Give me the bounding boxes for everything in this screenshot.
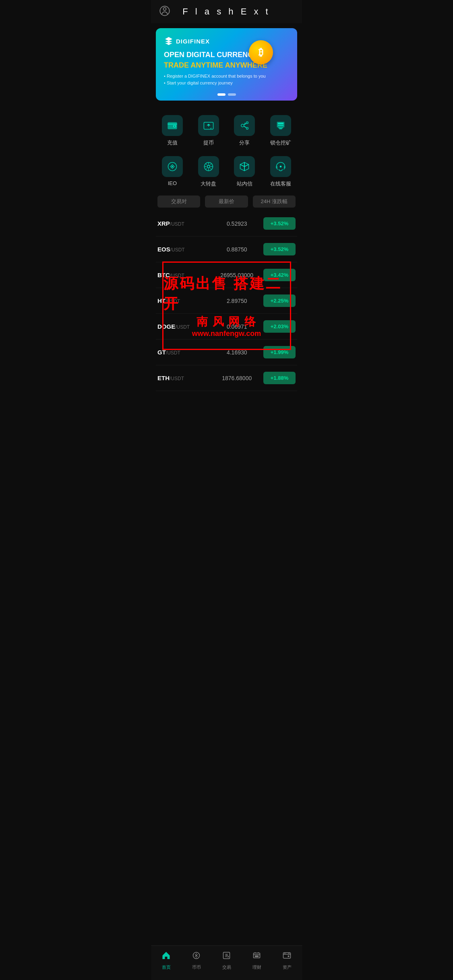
wallet-icon bbox=[162, 115, 183, 136]
market-row[interactable]: HT/USDT 2.89750 +2.25% bbox=[156, 288, 297, 314]
svg-rect-9 bbox=[277, 122, 285, 128]
change-badge: +2.25% bbox=[263, 294, 296, 307]
market-rows: XRP/USDT 0.52923 +3.52% EOS/USDT 0.88750… bbox=[156, 211, 297, 391]
withdraw-icon bbox=[198, 115, 219, 136]
svg-rect-19 bbox=[284, 166, 285, 169]
avatar-button[interactable] bbox=[159, 5, 170, 18]
ieo-icon bbox=[162, 156, 183, 177]
price-value: 0.88750 bbox=[211, 246, 264, 253]
wheel-icon bbox=[198, 156, 219, 177]
wheel-label: 大转盘 bbox=[201, 180, 216, 187]
svg-point-4 bbox=[174, 126, 175, 127]
pair-label: GT/USDT bbox=[157, 349, 211, 356]
support-icon bbox=[270, 156, 291, 177]
action-wheel[interactable]: 大转盘 bbox=[190, 153, 227, 191]
inbox-label: 站内信 bbox=[237, 180, 252, 187]
svg-point-20 bbox=[280, 166, 282, 168]
market-row[interactable]: BTC/USDT 26955.03000 +3.42% bbox=[156, 262, 297, 288]
change-badge: +1.88% bbox=[263, 372, 296, 384]
action-recharge[interactable]: 充值 bbox=[154, 112, 190, 150]
change-badge: +2.03% bbox=[263, 320, 296, 333]
market-row[interactable]: ETH/USDT 1876.68000 +1.88% bbox=[156, 365, 297, 391]
price-value: 0.52923 bbox=[211, 220, 264, 227]
withdraw-label: 提币 bbox=[203, 139, 214, 146]
market-col-change: 24H 涨跌幅 bbox=[253, 196, 296, 208]
banner-logo-text: DIGIFINEX bbox=[176, 38, 210, 45]
banner-subheadline: TRADE ANYTIME ANYWHERE bbox=[164, 61, 289, 70]
svg-rect-18 bbox=[276, 166, 277, 169]
app-header: F l a s h E x t bbox=[151, 0, 302, 23]
cube-icon bbox=[234, 156, 255, 177]
market-row[interactable]: EOS/USDT 0.88750 +3.52% bbox=[156, 237, 297, 262]
pair-label: ETH/USDT bbox=[157, 375, 211, 381]
change-badge: +1.99% bbox=[263, 346, 296, 358]
market-col-pair: 交易对 bbox=[157, 196, 200, 208]
price-value: 2.89750 bbox=[211, 298, 264, 304]
action-mining[interactable]: 锁仓挖矿 bbox=[263, 112, 299, 150]
action-inbox[interactable]: 站内信 bbox=[227, 153, 263, 191]
pair-label: HT/USDT bbox=[157, 297, 211, 304]
svg-point-17 bbox=[207, 165, 210, 168]
pair-label: BTC/USDT bbox=[157, 272, 211, 278]
pair-label: EOS/USDT bbox=[157, 246, 211, 253]
market-row[interactable]: XRP/USDT 0.52923 +3.52% bbox=[156, 211, 297, 237]
change-badge: +3.52% bbox=[263, 217, 296, 230]
banner-indicators bbox=[217, 93, 236, 96]
svg-point-1 bbox=[163, 8, 166, 10]
price-value: 1876.68000 bbox=[211, 375, 264, 381]
action-withdraw[interactable]: 提币 bbox=[190, 112, 227, 150]
price-value: 4.16930 bbox=[211, 349, 264, 356]
action-support[interactable]: 在线客服 bbox=[263, 153, 299, 191]
mining-label: 锁仓挖矿 bbox=[270, 139, 291, 146]
svg-point-7 bbox=[246, 122, 248, 124]
svg-point-15 bbox=[172, 166, 174, 168]
banner-bullets: • Register a DIGIFINEX account that belo… bbox=[164, 73, 289, 87]
svg-point-8 bbox=[246, 128, 248, 130]
action-ieo[interactable]: IEO bbox=[154, 153, 190, 191]
pair-label: XRP/USDT bbox=[157, 220, 211, 227]
banner[interactable]: DIGIFINEX OPEN DIGITAL CURRENCY TRADE AN… bbox=[156, 28, 297, 101]
market-section: 交易对 最新价 24H 涨跌幅 XRP/USDT 0.52923 +3.52% … bbox=[151, 194, 302, 391]
quick-actions-row1: 充值 提币 分享 bbox=[151, 105, 302, 153]
price-value: 26955.03000 bbox=[211, 272, 264, 278]
ieo-label: IEO bbox=[168, 180, 177, 186]
svg-rect-13 bbox=[278, 128, 283, 128]
svg-rect-12 bbox=[279, 128, 282, 129]
mining-icon bbox=[270, 115, 291, 136]
svg-rect-10 bbox=[278, 123, 283, 124]
recharge-label: 充值 bbox=[167, 139, 178, 146]
market-row[interactable]: DOGE/USDT 0.06971 +2.03% bbox=[156, 314, 297, 340]
change-badge: +3.52% bbox=[263, 243, 296, 255]
change-badge: +3.42% bbox=[263, 269, 296, 281]
pair-label: DOGE/USDT bbox=[157, 323, 211, 330]
price-value: 0.06971 bbox=[211, 323, 264, 330]
app-title: F l a s h E x t bbox=[182, 6, 270, 17]
svg-point-6 bbox=[241, 124, 244, 127]
support-label: 在线客服 bbox=[270, 180, 291, 187]
svg-rect-11 bbox=[278, 125, 283, 126]
share-icon bbox=[234, 115, 255, 136]
market-row[interactable]: GT/USDT 4.16930 +1.99% bbox=[156, 340, 297, 365]
share-label: 分享 bbox=[239, 139, 250, 146]
btc-decoration: ₿ bbox=[249, 40, 273, 64]
market-col-price: 最新价 bbox=[205, 196, 248, 208]
action-share[interactable]: 分享 bbox=[227, 112, 263, 150]
quick-actions-row2: IEO 大转盘 站内信 bbox=[151, 153, 302, 194]
